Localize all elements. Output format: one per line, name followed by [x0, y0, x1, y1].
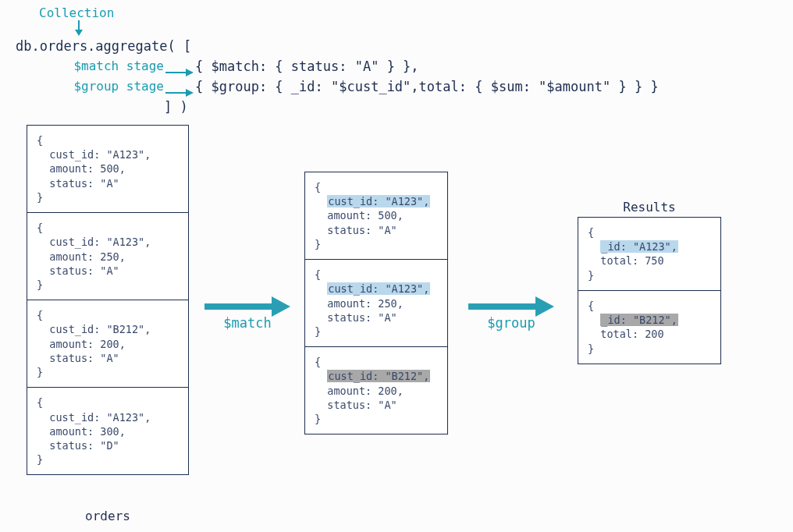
matched-doc: { cust_id: "B212", amount: 200, status: …	[305, 346, 447, 434]
match-output-box: { cust_id: "A123", amount: 500, status: …	[304, 172, 448, 434]
group-arrow-label: $group	[487, 315, 535, 331]
svg-marker-7	[272, 296, 290, 317]
match-stage-arrow-icon	[165, 62, 194, 83]
orders-doc: { cust_id: "A123", amount: 500, status: …	[27, 126, 188, 212]
group-arrow: $group	[468, 296, 554, 331]
svg-marker-1	[75, 30, 83, 36]
svg-rect-6	[204, 303, 275, 310]
results-title: Results	[578, 200, 721, 215]
svg-marker-3	[186, 69, 194, 76]
svg-marker-9	[535, 296, 554, 317]
group-stage-label: $group stage	[55, 76, 164, 97]
group-stage-arrow-icon	[165, 83, 194, 103]
result-doc: { _id: "B212", total: 200 }	[578, 290, 720, 364]
highlight-cust-id: cust_id: "B212",	[327, 370, 430, 382]
code-line-2: { $match: { status: "A" } },	[195, 56, 419, 76]
matched-doc: { cust_id: "A123", amount: 500, status: …	[305, 172, 447, 259]
code-line-1: db.orders.aggregate( [	[16, 36, 191, 56]
matched-doc: { cust_id: "A123", amount: 250, status: …	[305, 259, 447, 346]
orders-collection-box: { cust_id: "A123", amount: 500, status: …	[27, 125, 189, 475]
match-stage-label: $match stage	[55, 56, 164, 76]
code-line-3: { $group: { _id: "$cust_id",total: { $su…	[195, 76, 659, 97]
orders-doc: { cust_id: "B212", amount: 200, status: …	[27, 300, 188, 387]
svg-marker-5	[186, 89, 194, 97]
match-arrow-label: $match	[223, 315, 271, 331]
highlight-id: _id: "B212",	[600, 314, 678, 326]
results-box: { _id: "A123", total: 750 } { _id: "B212…	[578, 217, 721, 364]
orders-doc: { cust_id: "A123", amount: 250, status: …	[27, 212, 188, 300]
orders-doc: { cust_id: "A123", amount: 300, status: …	[27, 387, 188, 474]
result-doc: { _id: "A123", total: 750 }	[578, 218, 720, 290]
svg-rect-8	[468, 303, 539, 310]
orders-title: orders	[27, 509, 189, 523]
arrow-right-icon	[204, 296, 290, 317]
highlight-cust-id: cust_id: "A123",	[327, 195, 430, 207]
highlight-cust-id: cust_id: "A123",	[327, 282, 430, 295]
arrow-right-icon	[468, 296, 554, 317]
match-arrow: $match	[204, 296, 290, 331]
highlight-id: _id: "A123",	[600, 240, 678, 253]
